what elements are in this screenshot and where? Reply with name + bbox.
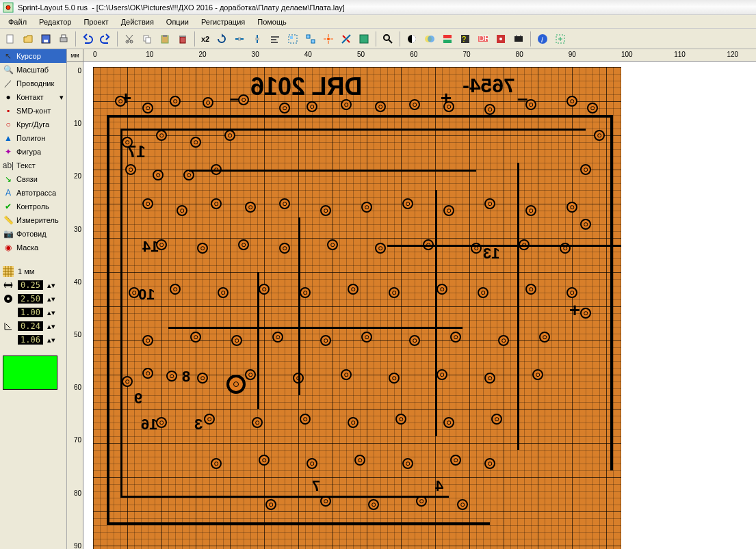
pcb-pad[interactable] — [484, 373, 495, 384]
menu-actions[interactable]: Действия — [116, 16, 159, 27]
paste-button[interactable] — [157, 31, 172, 46]
pcb-pad[interactable] — [238, 94, 249, 105]
tool-pad[interactable]: ●Контакт▾ — [0, 90, 66, 104]
grid-value-row[interactable]: 1 мм — [3, 265, 64, 278]
pcb-pad[interactable] — [389, 373, 400, 384]
pcb-trace[interactable] — [120, 129, 122, 498]
mirror-v-button[interactable] — [250, 31, 265, 46]
pcb-board[interactable]: DRL 20167654-+–+–17141310+8916374 — [93, 67, 621, 549]
pcb-pad[interactable] — [525, 205, 536, 216]
pcb-pad[interactable] — [177, 205, 187, 216]
pcb-pad[interactable] — [436, 284, 447, 295]
pcb-pad[interactable] — [594, 130, 605, 141]
pcb-pad[interactable] — [156, 130, 167, 141]
delete-button[interactable] — [175, 31, 190, 46]
pcb-pad[interactable] — [395, 414, 406, 425]
pcb-pad[interactable] — [265, 499, 276, 510]
new-file-button[interactable] — [3, 31, 18, 46]
tool-check[interactable]: ✔Контроль — [0, 200, 66, 213]
ground-button[interactable] — [356, 31, 372, 46]
pcb-pad[interactable] — [539, 332, 550, 343]
spinner-icon[interactable]: ▴▾ — [47, 295, 55, 304]
pcb-pad[interactable] — [307, 458, 317, 469]
find-button[interactable] — [380, 31, 395, 46]
pcb-pad[interactable] — [443, 417, 454, 428]
pcb-pad[interactable] — [238, 239, 249, 250]
silkscreen-text[interactable]: DRL 2016 — [250, 72, 362, 101]
spinner-icon[interactable]: ▴▾ — [47, 308, 55, 317]
pcb-pad[interactable] — [580, 308, 591, 319]
pcb-pad[interactable] — [580, 164, 591, 175]
pcb-pad[interactable] — [320, 335, 331, 346]
pcb-pad[interactable] — [478, 287, 488, 298]
pcb-pad[interactable] — [166, 371, 177, 381]
size-b-row[interactable]: 1.06 ▴▾ — [3, 334, 64, 346]
pcb-pad[interactable] — [245, 369, 256, 380]
pcb-pad[interactable] — [341, 99, 352, 110]
size-a-row[interactable]: 0.24 ▴▾ — [3, 320, 64, 332]
spinner-icon[interactable]: ▴▾ — [47, 336, 55, 345]
tool-text[interactable]: ab|Текст — [0, 159, 66, 172]
pcb-pad[interactable] — [450, 455, 461, 466]
pcb-pad[interactable] — [327, 239, 338, 250]
pcb-pad[interactable] — [211, 458, 222, 469]
pcb-pad[interactable] — [218, 287, 229, 298]
pcb-trace[interactable] — [189, 170, 476, 172]
copy-button[interactable] — [140, 31, 155, 46]
pcb-trace[interactable] — [120, 496, 449, 498]
tool-circle[interactable]: ○Круг/Дуга — [0, 118, 66, 131]
ungroup-button[interactable] — [303, 31, 318, 46]
transparency-button[interactable] — [422, 31, 437, 46]
silkscreen-text[interactable]: 7654- — [462, 74, 515, 97]
pcb-pad[interactable] — [484, 458, 495, 469]
pad-inner-row[interactable]: 1.00 ▴▾ — [3, 306, 64, 319]
tool-mask[interactable]: ◉Маска — [0, 241, 66, 254]
pcb-pad[interactable] — [245, 202, 256, 213]
silkscreen-text[interactable]: 4 — [435, 477, 443, 495]
pcb-pad[interactable] — [252, 417, 263, 428]
pcb-pad[interactable] — [532, 369, 543, 380]
pcb-pad[interactable] — [300, 287, 311, 298]
remove-conn-button[interactable] — [339, 31, 354, 46]
pcb-pad[interactable] — [156, 417, 167, 428]
pcb-pad[interactable] — [484, 198, 495, 209]
pcb-pad[interactable] — [348, 284, 359, 295]
menu-project[interactable]: Проект — [78, 16, 114, 27]
pcb-trace[interactable] — [107, 522, 490, 525]
pcb-pad[interactable] — [402, 458, 413, 469]
pcb-pad[interactable] — [354, 455, 365, 466]
pcb-pad[interactable] — [491, 414, 502, 425]
tool-polygon[interactable]: ▲Полигон — [0, 131, 66, 145]
cut-button[interactable] — [122, 31, 137, 46]
rotate-button[interactable] — [214, 31, 229, 46]
zoom-x2-button[interactable]: x2 — [199, 31, 211, 46]
pcb-pad[interactable] — [348, 417, 359, 428]
pcb-viewport[interactable]: DRL 20167654-+–+–17141310+8916374 — [83, 62, 756, 549]
pcb-pad[interactable] — [566, 287, 577, 298]
pcb-pad[interactable] — [204, 414, 215, 425]
pcb-pad[interactable] — [307, 101, 317, 112]
pcb-pad[interactable] — [203, 97, 213, 108]
silkscreen-text[interactable]: + — [569, 299, 580, 321]
pcb-pad[interactable] — [409, 335, 420, 346]
silkscreen-text[interactable]: 13 — [483, 245, 499, 263]
tool-track[interactable]: ／Проводник — [0, 77, 66, 90]
pcb-pad[interactable] — [484, 104, 495, 115]
tool-cursor[interactable]: ↖Курсор — [0, 49, 66, 63]
layer-stack-button[interactable] — [440, 31, 455, 46]
pcb-pad[interactable] — [279, 103, 290, 113]
pcb-pad[interactable] — [450, 332, 461, 343]
tool-photoview[interactable]: 📷Фотовид — [0, 227, 66, 241]
pcb-pad[interactable] — [122, 137, 133, 148]
menu-registration[interactable]: Регистрация — [196, 16, 250, 27]
tool-autoroute[interactable]: AАвтотрасса — [0, 186, 66, 200]
tool-zoom[interactable]: 🔍Масштаб — [0, 63, 66, 77]
pcb-trace[interactable] — [120, 129, 586, 131]
menu-options[interactable]: Опции — [161, 16, 194, 27]
pcb-pad[interactable] — [375, 101, 386, 112]
pcb-pad[interactable] — [156, 239, 167, 250]
layer-color-swatch[interactable] — [3, 356, 57, 390]
pcb-trace[interactable] — [517, 163, 519, 450]
pcb-trace[interactable] — [387, 245, 621, 247]
spinner-icon[interactable]: ▴▾ — [47, 322, 55, 331]
